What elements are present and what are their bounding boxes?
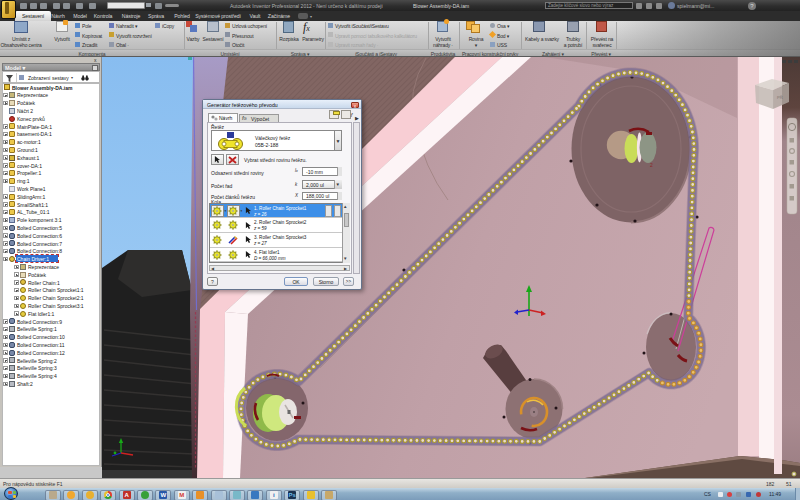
- svg-text:PŘ: PŘ: [777, 95, 783, 100]
- svg-text:2: 2: [650, 162, 653, 168]
